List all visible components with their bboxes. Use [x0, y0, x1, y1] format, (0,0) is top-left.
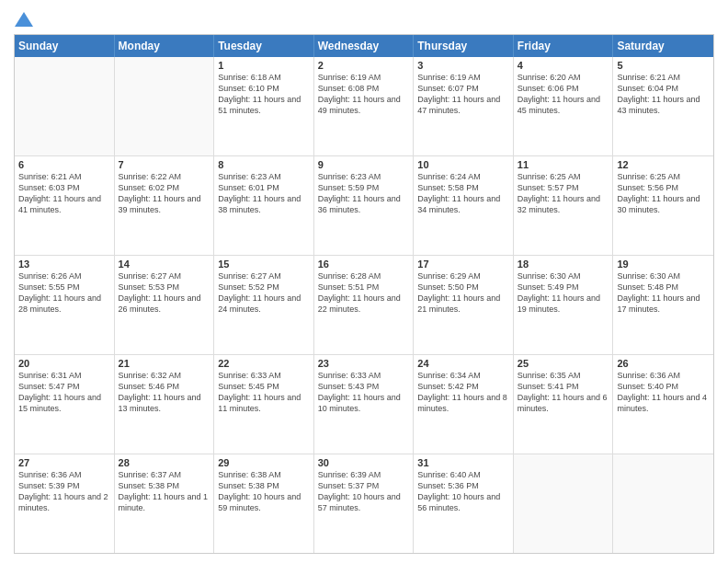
day-number: 28 — [119, 457, 210, 468]
day-info: Sunrise: 6:25 AM Sunset: 5:56 PM Dayligh… — [617, 171, 710, 216]
day-number: 27 — [18, 457, 110, 468]
empty-cell — [613, 454, 713, 553]
day-info: Sunrise: 6:30 AM Sunset: 5:49 PM Dayligh… — [518, 270, 609, 316]
day-cell-1: 1Sunrise: 6:18 AM Sunset: 6:10 PM Daylig… — [214, 57, 314, 155]
day-cell-8: 8Sunrise: 6:23 AM Sunset: 6:01 PM Daylig… — [214, 156, 314, 255]
day-info: Sunrise: 6:18 AM Sunset: 6:10 PM Dayligh… — [218, 72, 310, 117]
day-info: Sunrise: 6:22 AM Sunset: 6:02 PM Dayligh… — [119, 171, 210, 216]
day-number: 6 — [18, 159, 110, 170]
day-number: 13 — [18, 259, 110, 270]
weekday-header-tuesday: Tuesday — [214, 35, 314, 57]
day-info: Sunrise: 6:31 AM Sunset: 5:47 PM Dayligh… — [18, 370, 110, 415]
day-cell-31: 31Sunrise: 6:40 AM Sunset: 5:36 PM Dayli… — [414, 454, 514, 553]
day-info: Sunrise: 6:25 AM Sunset: 5:57 PM Dayligh… — [518, 171, 609, 216]
day-number: 18 — [518, 259, 609, 270]
day-cell-2: 2Sunrise: 6:19 AM Sunset: 6:08 PM Daylig… — [314, 57, 415, 155]
day-number: 21 — [119, 358, 210, 369]
day-info: Sunrise: 6:23 AM Sunset: 5:59 PM Dayligh… — [318, 171, 410, 216]
day-number: 30 — [318, 457, 410, 468]
weekday-header-thursday: Thursday — [414, 35, 514, 57]
day-number: 7 — [119, 159, 210, 170]
day-cell-17: 17Sunrise: 6:29 AM Sunset: 5:50 PM Dayli… — [414, 256, 514, 354]
day-number: 19 — [617, 259, 710, 270]
calendar-body: 1Sunrise: 6:18 AM Sunset: 6:10 PM Daylig… — [15, 57, 713, 553]
logo-text — [14, 9, 34, 29]
day-info: Sunrise: 6:32 AM Sunset: 5:46 PM Dayligh… — [119, 370, 210, 415]
day-info: Sunrise: 6:21 AM Sunset: 6:03 PM Dayligh… — [18, 171, 110, 216]
day-info: Sunrise: 6:19 AM Sunset: 6:07 PM Dayligh… — [417, 72, 509, 117]
day-number: 15 — [218, 259, 310, 270]
day-cell-29: 29Sunrise: 6:38 AM Sunset: 5:38 PM Dayli… — [214, 454, 314, 553]
day-number: 23 — [318, 358, 410, 369]
day-cell-28: 28Sunrise: 6:37 AM Sunset: 5:38 PM Dayli… — [115, 454, 215, 553]
svg-marker-0 — [15, 12, 33, 27]
day-cell-25: 25Sunrise: 6:35 AM Sunset: 5:41 PM Dayli… — [514, 355, 614, 454]
day-info: Sunrise: 6:30 AM Sunset: 5:48 PM Dayligh… — [617, 270, 710, 316]
day-cell-6: 6Sunrise: 6:21 AM Sunset: 6:03 PM Daylig… — [15, 156, 115, 255]
day-info: Sunrise: 6:21 AM Sunset: 6:04 PM Dayligh… — [617, 72, 710, 117]
day-number: 9 — [318, 159, 410, 170]
day-info: Sunrise: 6:33 AM Sunset: 5:45 PM Dayligh… — [218, 370, 310, 415]
day-number: 14 — [119, 259, 210, 270]
day-cell-10: 10Sunrise: 6:24 AM Sunset: 5:58 PM Dayli… — [414, 156, 514, 255]
day-cell-4: 4Sunrise: 6:20 AM Sunset: 6:06 PM Daylig… — [514, 57, 614, 155]
day-cell-24: 24Sunrise: 6:34 AM Sunset: 5:42 PM Dayli… — [414, 355, 514, 454]
day-number: 26 — [617, 358, 710, 369]
day-number: 24 — [417, 358, 509, 369]
day-number: 4 — [518, 60, 609, 71]
day-number: 5 — [617, 60, 710, 71]
day-cell-12: 12Sunrise: 6:25 AM Sunset: 5:56 PM Dayli… — [613, 156, 713, 255]
day-cell-9: 9Sunrise: 6:23 AM Sunset: 5:59 PM Daylig… — [314, 156, 415, 255]
day-info: Sunrise: 6:19 AM Sunset: 6:08 PM Dayligh… — [318, 72, 410, 117]
weekday-header-friday: Friday — [514, 35, 614, 57]
day-info: Sunrise: 6:40 AM Sunset: 5:36 PM Dayligh… — [417, 469, 509, 514]
day-number: 17 — [417, 259, 509, 270]
calendar-row-4: 20Sunrise: 6:31 AM Sunset: 5:47 PM Dayli… — [15, 354, 713, 454]
day-info: Sunrise: 6:20 AM Sunset: 6:06 PM Dayligh… — [518, 72, 609, 117]
day-number: 10 — [417, 159, 509, 170]
weekday-header-monday: Monday — [115, 35, 215, 57]
day-number: 25 — [518, 358, 609, 369]
day-info: Sunrise: 6:33 AM Sunset: 5:43 PM Dayligh… — [318, 370, 410, 415]
day-number: 22 — [218, 358, 310, 369]
day-number: 1 — [218, 60, 310, 71]
day-cell-14: 14Sunrise: 6:27 AM Sunset: 5:53 PM Dayli… — [115, 256, 215, 354]
day-info: Sunrise: 6:36 AM Sunset: 5:39 PM Dayligh… — [18, 469, 110, 514]
day-cell-16: 16Sunrise: 6:28 AM Sunset: 5:51 PM Dayli… — [314, 256, 415, 354]
weekday-header-saturday: Saturday — [613, 35, 713, 57]
day-info: Sunrise: 6:29 AM Sunset: 5:50 PM Dayligh… — [417, 270, 509, 316]
day-cell-30: 30Sunrise: 6:39 AM Sunset: 5:37 PM Dayli… — [314, 454, 415, 553]
day-cell-22: 22Sunrise: 6:33 AM Sunset: 5:45 PM Dayli… — [214, 355, 314, 454]
day-cell-13: 13Sunrise: 6:26 AM Sunset: 5:55 PM Dayli… — [15, 256, 115, 354]
logo-icon — [15, 12, 33, 27]
day-cell-18: 18Sunrise: 6:30 AM Sunset: 5:49 PM Dayli… — [514, 256, 614, 354]
day-cell-23: 23Sunrise: 6:33 AM Sunset: 5:43 PM Dayli… — [314, 355, 415, 454]
empty-cell — [15, 57, 115, 155]
calendar-row-3: 13Sunrise: 6:26 AM Sunset: 5:55 PM Dayli… — [15, 255, 713, 354]
calendar-row-1: 1Sunrise: 6:18 AM Sunset: 6:10 PM Daylig… — [15, 57, 713, 155]
day-info: Sunrise: 6:36 AM Sunset: 5:40 PM Dayligh… — [617, 370, 710, 415]
day-info: Sunrise: 6:26 AM Sunset: 5:55 PM Dayligh… — [18, 270, 110, 316]
day-cell-21: 21Sunrise: 6:32 AM Sunset: 5:46 PM Dayli… — [115, 355, 215, 454]
day-info: Sunrise: 6:27 AM Sunset: 5:53 PM Dayligh… — [119, 270, 210, 316]
header — [14, 9, 714, 29]
day-number: 29 — [218, 457, 310, 468]
day-info: Sunrise: 6:35 AM Sunset: 5:41 PM Dayligh… — [518, 370, 609, 415]
day-number: 2 — [318, 60, 410, 71]
calendar: SundayMondayTuesdayWednesdayThursdayFrid… — [14, 34, 714, 554]
day-number: 31 — [417, 457, 509, 468]
weekday-header-wednesday: Wednesday — [314, 35, 415, 57]
day-cell-19: 19Sunrise: 6:30 AM Sunset: 5:48 PM Dayli… — [613, 256, 713, 354]
day-number: 3 — [417, 60, 509, 71]
page: SundayMondayTuesdayWednesdayThursdayFrid… — [0, 0, 728, 563]
day-cell-20: 20Sunrise: 6:31 AM Sunset: 5:47 PM Dayli… — [15, 355, 115, 454]
day-number: 20 — [18, 358, 110, 369]
weekday-header-sunday: Sunday — [15, 35, 115, 57]
day-number: 16 — [318, 259, 410, 270]
calendar-row-2: 6Sunrise: 6:21 AM Sunset: 6:03 PM Daylig… — [15, 155, 713, 255]
day-info: Sunrise: 6:23 AM Sunset: 6:01 PM Dayligh… — [218, 171, 310, 216]
day-cell-27: 27Sunrise: 6:36 AM Sunset: 5:39 PM Dayli… — [15, 454, 115, 553]
day-cell-7: 7Sunrise: 6:22 AM Sunset: 6:02 PM Daylig… — [115, 156, 215, 255]
day-cell-26: 26Sunrise: 6:36 AM Sunset: 5:40 PM Dayli… — [613, 355, 713, 454]
empty-cell — [115, 57, 215, 155]
